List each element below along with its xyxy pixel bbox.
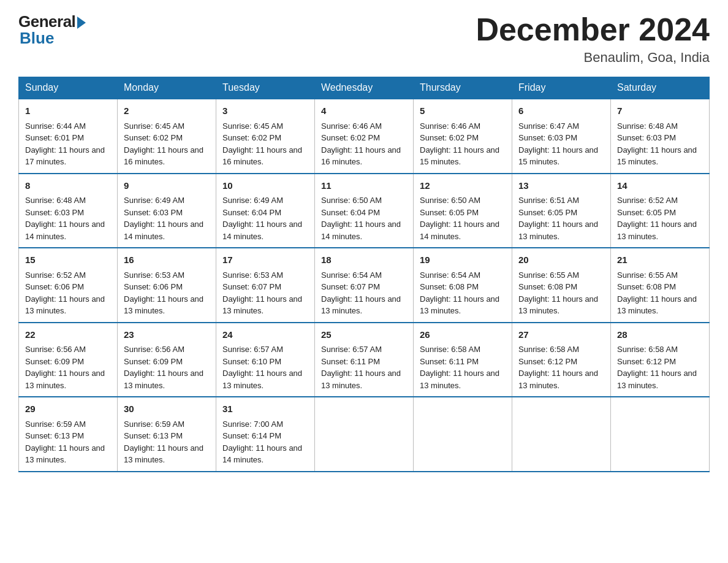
day-number: 4: [321, 104, 407, 118]
calendar-cell: 28Sunrise: 6:58 AMSunset: 6:12 PMDayligh…: [611, 323, 710, 397]
daylight-label: Daylight: 11 hours and 13 minutes.: [617, 294, 697, 316]
logo-arrow-icon: [77, 17, 86, 29]
calendar-cell: 6Sunrise: 6:47 AMSunset: 6:03 PMDaylight…: [512, 99, 611, 174]
daylight-label: Daylight: 11 hours and 13 minutes.: [518, 369, 598, 390]
calendar-cell: 9Sunrise: 6:49 AMSunset: 6:03 PMDaylight…: [118, 174, 216, 248]
sunrise-label: Sunrise: 6:59 AM: [25, 419, 86, 429]
sunrise-label: Sunrise: 6:54 AM: [420, 270, 480, 280]
day-number: 18: [321, 253, 407, 267]
sunset-label: Sunset: 6:12 PM: [617, 357, 676, 366]
location-subtitle: Benaulim, Goa, India: [476, 50, 710, 66]
daylight-label: Daylight: 11 hours and 17 minutes.: [25, 145, 105, 167]
sunset-label: Sunset: 6:03 PM: [25, 208, 84, 217]
calendar-cell: 4Sunrise: 6:46 AMSunset: 6:02 PMDaylight…: [315, 99, 414, 174]
sunrise-label: Sunrise: 6:48 AM: [25, 196, 86, 205]
calendar-cell: [611, 397, 710, 472]
sunset-label: Sunset: 6:08 PM: [420, 282, 479, 291]
sunrise-label: Sunrise: 6:57 AM: [321, 345, 382, 354]
page-header: General Blue December 2024 Benaulim, Goa…: [18, 12, 710, 66]
sunset-label: Sunset: 6:05 PM: [420, 208, 479, 217]
daylight-label: Daylight: 11 hours and 13 minutes.: [518, 220, 598, 241]
calendar-cell: 21Sunrise: 6:55 AMSunset: 6:08 PMDayligh…: [611, 248, 710, 323]
daylight-label: Daylight: 11 hours and 14 minutes.: [321, 220, 401, 241]
title-area: December 2024 Benaulim, Goa, India: [476, 12, 710, 66]
daylight-label: Daylight: 11 hours and 13 minutes.: [617, 369, 697, 390]
sunset-label: Sunset: 6:12 PM: [518, 357, 577, 366]
calendar-cell: 26Sunrise: 6:58 AMSunset: 6:11 PMDayligh…: [414, 323, 512, 397]
calendar-cell: 2Sunrise: 6:45 AMSunset: 6:02 PMDaylight…: [118, 99, 216, 174]
calendar-cell: 29Sunrise: 6:59 AMSunset: 6:13 PMDayligh…: [19, 397, 118, 472]
header-thursday: Thursday: [414, 77, 512, 99]
day-number: 22: [25, 328, 111, 342]
calendar-cell: [315, 397, 414, 472]
sunrise-label: Sunrise: 7:00 AM: [222, 419, 283, 429]
sunset-label: Sunset: 6:05 PM: [617, 208, 676, 217]
day-number: 30: [124, 402, 210, 416]
daylight-label: Daylight: 11 hours and 14 minutes.: [124, 220, 203, 241]
sunset-label: Sunset: 6:10 PM: [222, 357, 281, 366]
calendar-week-2: 8Sunrise: 6:48 AMSunset: 6:03 PMDaylight…: [19, 174, 710, 248]
sunrise-label: Sunrise: 6:46 AM: [420, 121, 480, 131]
calendar-cell: 7Sunrise: 6:48 AMSunset: 6:03 PMDaylight…: [611, 99, 710, 174]
sunrise-label: Sunrise: 6:58 AM: [518, 345, 579, 354]
sunrise-label: Sunrise: 6:59 AM: [124, 419, 184, 429]
calendar-cell: 25Sunrise: 6:57 AMSunset: 6:11 PMDayligh…: [315, 323, 414, 397]
sunrise-label: Sunrise: 6:53 AM: [124, 270, 184, 280]
day-number: 3: [222, 104, 308, 118]
day-number: 16: [124, 253, 210, 267]
sunset-label: Sunset: 6:03 PM: [518, 133, 577, 142]
daylight-label: Daylight: 11 hours and 15 minutes.: [617, 145, 697, 167]
sunrise-label: Sunrise: 6:55 AM: [617, 270, 678, 280]
sunrise-label: Sunrise: 6:55 AM: [518, 270, 579, 280]
calendar-cell: 8Sunrise: 6:48 AMSunset: 6:03 PMDaylight…: [19, 174, 118, 248]
header-saturday: Saturday: [611, 77, 710, 99]
header-wednesday: Wednesday: [315, 77, 414, 99]
calendar-cell: [512, 397, 611, 472]
daylight-label: Daylight: 11 hours and 13 minutes.: [25, 294, 105, 316]
sunset-label: Sunset: 6:09 PM: [25, 357, 84, 366]
sunset-label: Sunset: 6:02 PM: [420, 133, 479, 142]
day-number: 17: [222, 253, 308, 267]
sunrise-label: Sunrise: 6:44 AM: [25, 121, 86, 131]
header-sunday: Sunday: [19, 77, 118, 99]
daylight-label: Daylight: 11 hours and 16 minutes.: [124, 145, 203, 167]
day-number: 19: [420, 253, 506, 267]
calendar-cell: 24Sunrise: 6:57 AMSunset: 6:10 PMDayligh…: [216, 323, 315, 397]
sunrise-label: Sunrise: 6:46 AM: [321, 121, 382, 131]
daylight-label: Daylight: 11 hours and 14 minutes.: [420, 220, 499, 241]
day-number: 15: [25, 253, 111, 267]
calendar-cell: 18Sunrise: 6:54 AMSunset: 6:07 PMDayligh…: [315, 248, 414, 323]
calendar-cell: 20Sunrise: 6:55 AMSunset: 6:08 PMDayligh…: [512, 248, 611, 323]
sunrise-label: Sunrise: 6:53 AM: [222, 270, 283, 280]
calendar-week-1: 1Sunrise: 6:44 AMSunset: 6:01 PMDaylight…: [19, 99, 710, 174]
day-number: 31: [222, 402, 308, 416]
daylight-label: Daylight: 11 hours and 13 minutes.: [420, 294, 499, 316]
calendar-cell: [414, 397, 512, 472]
calendar-cell: 19Sunrise: 6:54 AMSunset: 6:08 PMDayligh…: [414, 248, 512, 323]
calendar-cell: 13Sunrise: 6:51 AMSunset: 6:05 PMDayligh…: [512, 174, 611, 248]
daylight-label: Daylight: 11 hours and 14 minutes.: [25, 220, 105, 241]
daylight-label: Daylight: 11 hours and 13 minutes.: [124, 369, 203, 390]
sunset-label: Sunset: 6:11 PM: [420, 357, 479, 366]
sunrise-label: Sunrise: 6:47 AM: [518, 121, 579, 131]
day-number: 2: [124, 104, 210, 118]
sunset-label: Sunset: 6:11 PM: [321, 357, 380, 366]
calendar-cell: 17Sunrise: 6:53 AMSunset: 6:07 PMDayligh…: [216, 248, 315, 323]
day-number: 13: [518, 179, 604, 193]
daylight-label: Daylight: 11 hours and 16 minutes.: [321, 145, 401, 167]
sunrise-label: Sunrise: 6:57 AM: [222, 345, 283, 354]
day-number: 12: [420, 179, 506, 193]
sunset-label: Sunset: 6:02 PM: [222, 133, 281, 142]
calendar-cell: 27Sunrise: 6:58 AMSunset: 6:12 PMDayligh…: [512, 323, 611, 397]
sunset-label: Sunset: 6:03 PM: [124, 208, 183, 217]
calendar-cell: 12Sunrise: 6:50 AMSunset: 6:05 PMDayligh…: [414, 174, 512, 248]
day-number: 28: [617, 328, 703, 342]
day-number: 7: [617, 104, 703, 118]
sunrise-label: Sunrise: 6:49 AM: [124, 196, 184, 205]
sunset-label: Sunset: 6:08 PM: [518, 282, 577, 291]
sunset-label: Sunset: 6:14 PM: [222, 431, 281, 440]
sunrise-label: Sunrise: 6:52 AM: [25, 270, 86, 280]
sunrise-label: Sunrise: 6:51 AM: [518, 196, 579, 205]
sunrise-label: Sunrise: 6:58 AM: [420, 345, 480, 354]
sunrise-label: Sunrise: 6:56 AM: [124, 345, 184, 354]
